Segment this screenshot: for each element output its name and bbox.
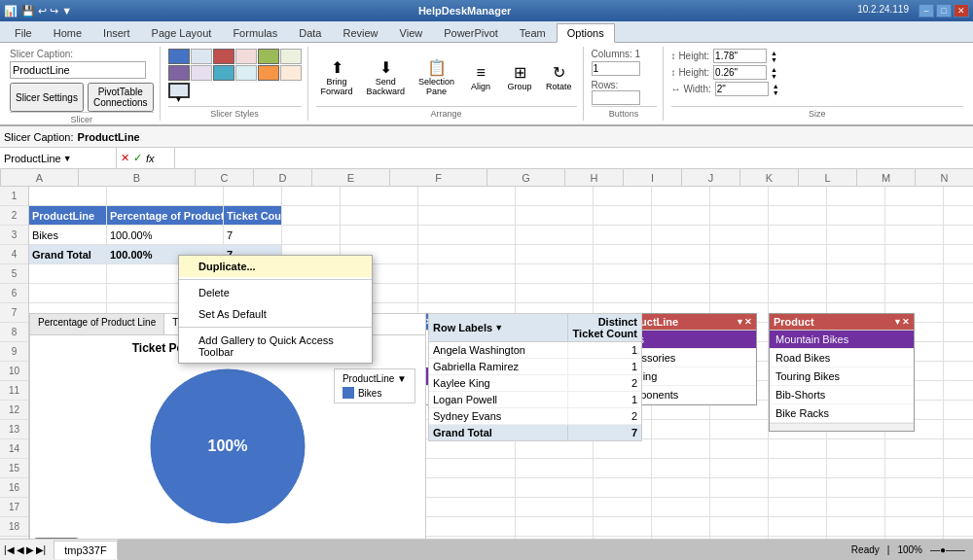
zoom-slider[interactable]: —●——	[930, 544, 965, 555]
style-btn-purple-dark[interactable]	[168, 65, 190, 81]
cell-14-M[interactable]	[885, 439, 944, 458]
cell-1-J[interactable]	[710, 187, 769, 205]
cell-6-G[interactable]	[516, 284, 594, 302]
cell-16-K[interactable]	[769, 478, 827, 497]
cell-19-L[interactable]	[827, 537, 885, 539]
cell-1-H[interactable]	[594, 187, 652, 205]
rows-input[interactable]	[592, 90, 640, 105]
cell-18-J[interactable]	[710, 517, 769, 536]
columns-input[interactable]	[592, 61, 640, 76]
minimize-button[interactable]: –	[919, 4, 934, 18]
cell-19-K[interactable]	[769, 537, 827, 539]
cell-4-M[interactable]	[885, 245, 944, 263]
maximize-button[interactable]: □	[936, 4, 952, 18]
sheet-nav-prev[interactable]: ◀	[17, 544, 24, 555]
cell-2-M[interactable]	[885, 206, 944, 225]
rotate-button[interactable]: ↻ Rotate	[541, 60, 577, 94]
formula-confirm[interactable]: ✓	[133, 152, 142, 164]
style-btn-red-light[interactable]	[235, 49, 257, 64]
cell-5-A[interactable]	[29, 264, 107, 283]
cell-19-F[interactable]	[418, 537, 516, 539]
cell-13-I[interactable]	[652, 420, 710, 438]
cell-3-L[interactable]	[827, 226, 885, 244]
cell-1-N[interactable]	[944, 187, 973, 205]
menu-item-set-default[interactable]: Set As Default	[179, 303, 372, 325]
group-button[interactable]: ⊞ Group	[502, 60, 537, 94]
close-button[interactable]: ✕	[954, 4, 969, 18]
style-btn-blue-light[interactable]	[191, 49, 212, 64]
cell-15-M[interactable]	[885, 459, 944, 477]
tab-view[interactable]: View	[389, 23, 434, 42]
style-btn-blue-dark[interactable]	[168, 49, 190, 64]
cell-18-L[interactable]	[827, 517, 885, 536]
cell-4-A[interactable]: Grand Total	[29, 245, 107, 263]
slicer-productline-filter-icon[interactable]: ▼✕	[736, 317, 752, 327]
cell-3-F[interactable]	[418, 226, 516, 244]
sheet-nav-first[interactable]: |◀	[4, 544, 15, 555]
style-btn-red-dark[interactable]	[213, 49, 234, 64]
tab-page-layout[interactable]: Page Layout	[141, 23, 223, 42]
cell-13-N[interactable]	[944, 420, 973, 438]
cell-19-N[interactable]	[944, 537, 973, 539]
cell-5-L[interactable]	[827, 264, 885, 283]
selection-pane-button[interactable]: 📋 Selection Pane	[414, 55, 459, 99]
cell-15-N[interactable]	[944, 459, 973, 477]
cell-4-J[interactable]	[710, 245, 769, 263]
cell-6-N[interactable]	[944, 284, 973, 302]
cell-6-I[interactable]	[652, 284, 710, 302]
slicer-product-bike-racks[interactable]: Bike Racks	[770, 404, 914, 423]
cell-4-N[interactable]	[944, 245, 973, 263]
cell-1-G[interactable]	[516, 187, 594, 205]
style-btn-teal-dark[interactable]	[213, 65, 234, 81]
cell-2-H[interactable]	[594, 206, 652, 225]
formula-cancel[interactable]: ✕	[121, 152, 129, 164]
cell-6-A[interactable]	[29, 284, 107, 302]
cell-17-G[interactable]	[516, 498, 594, 516]
name-box[interactable]: ProductLine ▼	[0, 148, 117, 168]
cell-14-I[interactable]	[652, 439, 710, 458]
slicer-product-scrollbar[interactable]	[770, 423, 914, 431]
cell-10-N[interactable]	[944, 362, 973, 380]
slicer-product-mountain-bikes[interactable]: Mountain Bikes	[770, 331, 914, 349]
cell-18-I[interactable]	[652, 517, 710, 536]
cell-14-G[interactable]	[516, 439, 594, 458]
slicer-settings-button[interactable]: Slicer Settings	[10, 83, 84, 112]
cell-2-N[interactable]	[944, 206, 973, 225]
slicer-product-road-bikes[interactable]: Road Bikes	[770, 349, 914, 368]
cell-1-D[interactable]	[282, 187, 341, 205]
style-btn-orange-light[interactable]	[280, 65, 302, 81]
cell-6-J[interactable]	[710, 284, 769, 302]
cell-16-H[interactable]	[594, 478, 652, 497]
formula-fx[interactable]: fx	[146, 153, 155, 164]
height1-input[interactable]	[713, 49, 767, 63]
cell-16-I[interactable]	[652, 478, 710, 497]
cell-15-K[interactable]	[769, 459, 827, 477]
cell-15-J[interactable]	[710, 459, 769, 477]
cell-5-H[interactable]	[594, 264, 652, 283]
cell-3-E[interactable]	[341, 226, 418, 244]
cell-14-K[interactable]	[769, 439, 827, 458]
cell-5-M[interactable]	[885, 264, 944, 283]
cell-1-E[interactable]	[341, 187, 418, 205]
cell-2-F[interactable]	[418, 206, 516, 225]
cell-19-G[interactable]	[516, 537, 594, 539]
cell-17-K[interactable]	[769, 498, 827, 516]
cell-3-C[interactable]: 7	[224, 226, 282, 244]
cell-1-I[interactable]	[652, 187, 710, 205]
cell-5-I[interactable]	[652, 264, 710, 283]
pivot-connections-button[interactable]: PivotTable Connections	[88, 83, 154, 112]
cell-14-F[interactable]	[418, 439, 516, 458]
menu-item-duplicate[interactable]: Duplicate...	[179, 256, 372, 277]
cell-2-C[interactable]: Ticket Count	[224, 206, 282, 225]
width-spinners[interactable]: ▲ ▼	[773, 83, 779, 96]
pivot-header-row-labels[interactable]: Row Labels ▼	[429, 314, 568, 341]
bring-forward-button[interactable]: ⬆ Bring Forward	[316, 55, 358, 99]
selected-style[interactable]: ▼	[168, 83, 190, 98]
cell-2-J[interactable]	[710, 206, 769, 225]
tab-options[interactable]: Options	[557, 23, 615, 43]
cell-16-F[interactable]	[418, 478, 516, 497]
send-backward-button[interactable]: ⬇ Send Backward	[362, 55, 411, 99]
cell-17-J[interactable]	[710, 498, 769, 516]
cell-2-I[interactable]	[652, 206, 710, 225]
cell-3-N[interactable]	[944, 226, 973, 244]
